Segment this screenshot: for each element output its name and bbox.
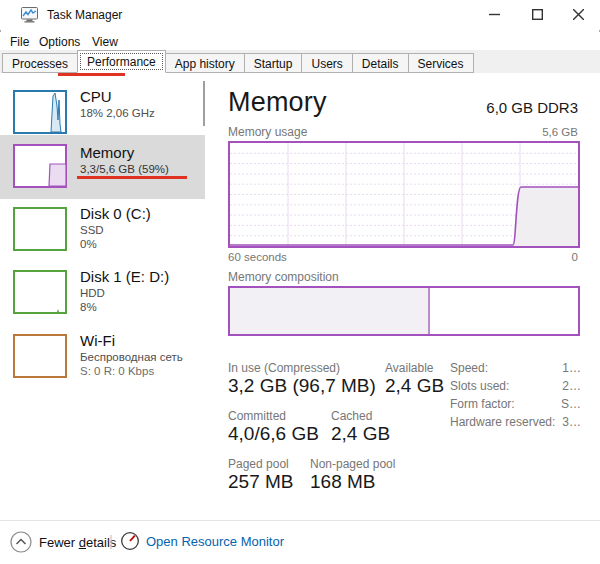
menu-options[interactable]: Options [37, 34, 82, 50]
maximize-icon [532, 9, 543, 20]
sidebar-item-wifi[interactable]: Wi-Fi Беспроводная сеть S: 0 R: 0 Kbps [0, 328, 205, 388]
stat-value-nonpaged: 168 MB [310, 471, 375, 493]
sidebar-item-label: Disk 1 (E: D:) [80, 268, 169, 286]
sidebar-item-detail2: 8% [80, 300, 169, 314]
stat-value-in-use: 3,2 GB (96,7 MB) [228, 375, 376, 397]
detail-value: 1… [562, 361, 581, 375]
detail-label: Hardware reserved: [450, 415, 555, 429]
sidebar-item-detail: SSD [80, 223, 151, 237]
usage-x-left: 60 seconds [228, 251, 287, 263]
tab-startup[interactable]: Startup [244, 53, 303, 73]
sidebar-item-memory[interactable]: Memory 3,3/5,6 GB (59%) [0, 135, 205, 199]
tab-services[interactable]: Services [408, 53, 474, 73]
tab-users[interactable]: Users [301, 53, 352, 73]
open-resource-monitor-link[interactable]: Open Resource Monitor [120, 531, 284, 551]
usage-chart-max: 5,6 GB [542, 126, 578, 138]
menu-view[interactable]: View [90, 34, 120, 50]
memory-panel: Memory 6,0 GB DDR3 Memory usage 5,6 GB [215, 73, 600, 520]
stat-value-cached: 2,4 GB [331, 423, 390, 445]
detail-row-slots: Slots used: 2… [450, 379, 581, 393]
sidebar-item-detail: 3,3/5,6 GB (59%) [80, 162, 169, 176]
sidebar-item-detail: 18% 2,06 GHz [80, 106, 155, 120]
close-button[interactable] [561, 0, 595, 29]
footer-bar: Fewer details | Open Resource Monitor [0, 520, 600, 564]
tab-app-history[interactable]: App history [165, 53, 245, 73]
window-title: Task Manager [47, 8, 122, 22]
menu-bar: File Options View [0, 32, 600, 51]
tab-performance[interactable]: Performance [77, 50, 166, 73]
sidebar-item-label: Disk 0 (C:) [80, 205, 151, 223]
stat-label-paged: Paged pool [228, 457, 289, 471]
memory-composition-bar[interactable] [228, 286, 580, 336]
tab-strip: Processes Performance App history Startu… [0, 50, 600, 73]
sidebar-item-detail: Беспроводная сеть [80, 350, 183, 364]
detail-label: Form factor: [450, 397, 515, 411]
sidebar-item-detail2: 0% [80, 237, 151, 251]
red-underline-memory [77, 176, 187, 179]
disk1-thumbnail-chart [13, 270, 67, 314]
chevron-up-circle-icon [10, 531, 32, 553]
sidebar-item-label: Memory [80, 144, 169, 162]
stat-label-available: Available [385, 361, 433, 375]
stat-label-in-use: In use (Compressed) [228, 361, 340, 375]
sidebar-item-detail: HDD [80, 286, 169, 300]
title-bar: Task Manager [0, 0, 600, 30]
resource-monitor-label: Open Resource Monitor [146, 534, 284, 549]
detail-label: Speed: [450, 361, 488, 375]
stat-value-committed: 4,0/6,6 GB [228, 423, 319, 445]
usage-chart-canvas [230, 143, 578, 246]
sidebar-item-detail2: S: 0 R: 0 Kbps [80, 364, 183, 378]
resource-monitor-icon [120, 531, 140, 551]
minimize-icon [489, 9, 500, 20]
minimize-button[interactable] [477, 0, 511, 29]
menu-file[interactable]: File [8, 34, 31, 50]
composition-in-use-segment[interactable] [230, 288, 430, 334]
sidebar-item-label: Wi-Fi [80, 332, 183, 350]
sidebar-scrollbar-thumb[interactable] [203, 81, 205, 126]
tab-processes[interactable]: Processes [2, 53, 78, 73]
wifi-thumbnail-chart [13, 334, 67, 378]
disk0-thumbnail-chart [13, 207, 67, 251]
maximize-button[interactable] [520, 0, 554, 29]
stat-label-cached: Cached [331, 409, 372, 423]
red-underline-performance [58, 73, 125, 76]
memory-thumbnail-chart [13, 144, 67, 188]
tab-details[interactable]: Details [352, 53, 409, 73]
fewer-details-button[interactable]: Fewer details [10, 531, 116, 553]
detail-label: Slots used: [450, 379, 509, 393]
sidebar-item-disk1[interactable]: Disk 1 (E: D:) HDD 8% [0, 264, 205, 324]
memory-capacity: 6,0 GB DDR3 [486, 99, 578, 116]
detail-row-speed: Speed: 1… [450, 361, 581, 375]
detail-value: 3… [562, 415, 581, 429]
task-manager-icon [21, 7, 38, 23]
stat-label-nonpaged: Non-paged pool [310, 457, 395, 471]
stat-value-paged: 257 MB [228, 471, 293, 493]
performance-sidebar: CPU 18% 2,06 GHz Memory 3,3/5,6 GB (59%)… [0, 73, 208, 520]
page-title: Memory [228, 87, 327, 118]
close-icon [573, 9, 584, 20]
detail-value: S… [561, 397, 581, 411]
footer-separator: | [109, 532, 113, 549]
stat-label-committed: Committed [228, 409, 286, 423]
memory-usage-chart[interactable] [228, 141, 580, 248]
sidebar-item-label: CPU [80, 88, 155, 106]
detail-row-form-factor: Form factor: S… [450, 397, 581, 411]
composition-chart-label: Memory composition [228, 270, 339, 284]
detail-value: 2… [562, 379, 581, 393]
sidebar-item-disk0[interactable]: Disk 0 (C:) SSD 0% [0, 201, 205, 261]
fewer-details-label: Fewer details [39, 535, 116, 550]
task-manager-window: Task Manager File Options View Processes… [0, 0, 600, 564]
stat-value-available: 2,4 GB [385, 375, 444, 397]
usage-chart-label: Memory usage [228, 125, 307, 139]
detail-row-hardware-reserved: Hardware reserved: 3… [450, 415, 581, 429]
usage-x-right: 0 [572, 251, 578, 263]
cpu-thumbnail-chart [13, 90, 67, 134]
